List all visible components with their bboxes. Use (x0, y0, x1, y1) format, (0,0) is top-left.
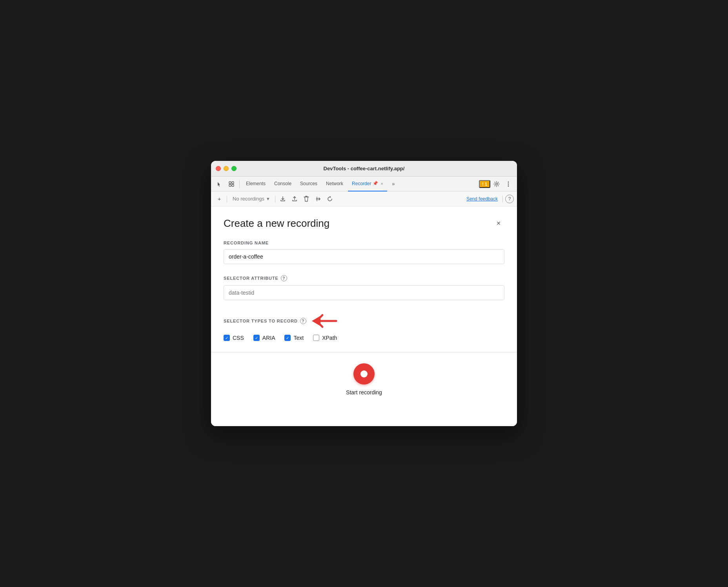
selector-attribute-label: SELECTOR ATTRIBUTE ? (224, 275, 504, 281)
traffic-lights (216, 166, 237, 171)
start-recording-area: Start recording (224, 352, 504, 408)
devtools-window: DevTools - coffee-cart.netlify.app/ Elem… (211, 161, 517, 426)
rec-divider-1 (227, 195, 227, 202)
recorder-toolbar: + No recordings ▾ (211, 191, 517, 206)
recorder-pin-icon: 📌 (373, 181, 378, 186)
selector-attribute-group: SELECTOR ATTRIBUTE ? (224, 275, 504, 300)
text-checkbox[interactable]: ✓ (284, 335, 291, 341)
checkbox-text[interactable]: ✓ Text (284, 335, 304, 341)
rec-divider-3 (502, 195, 503, 202)
more-options-icon[interactable] (503, 179, 514, 190)
send-feedback-button[interactable]: Send feedback (464, 196, 500, 202)
svg-point-6 (508, 183, 509, 184)
arrow-annotation (309, 311, 340, 331)
svg-point-7 (508, 185, 509, 186)
svg-point-5 (508, 181, 509, 182)
close-traffic-light[interactable] (216, 166, 221, 171)
selector-types-header: SELECTOR TYPES TO RECORD ? (224, 311, 504, 331)
tab-divider (239, 180, 240, 188)
inspect-icon[interactable] (226, 179, 237, 190)
settings-icon[interactable] (491, 179, 502, 190)
issues-badge[interactable]: ! 1 (479, 180, 490, 188)
checkbox-css[interactable]: ✓ CSS (224, 335, 244, 341)
more-tabs-button[interactable]: » (388, 179, 399, 190)
svg-point-4 (496, 183, 498, 185)
aria-checkbox[interactable]: ✓ (253, 335, 260, 341)
dialog-header: Create a new recording × (224, 217, 504, 230)
devtools-tab-bar: Elements Console Sources Network Recorde… (211, 177, 517, 191)
rec-divider-2 (275, 195, 275, 202)
dialog-title: Create a new recording (224, 217, 329, 230)
svg-rect-3 (232, 184, 234, 186)
xpath-checkbox[interactable] (313, 335, 319, 341)
play-button[interactable] (313, 194, 323, 204)
title-bar: DevTools - coffee-cart.netlify.app/ (211, 161, 517, 177)
cursor-icon[interactable] (214, 179, 225, 190)
add-recording-button[interactable]: + (214, 194, 224, 204)
recordings-dropdown[interactable]: No recordings ▾ (229, 194, 273, 204)
recording-name-label: RECORDING NAME (224, 241, 504, 245)
tab-recorder[interactable]: Recorder 📌 × (348, 177, 387, 191)
svg-rect-2 (229, 184, 231, 186)
checkbox-xpath[interactable]: XPath (313, 335, 337, 341)
recorder-tab-close[interactable]: × (380, 181, 383, 186)
recording-name-group: RECORDING NAME (224, 241, 504, 264)
tab-console[interactable]: Console (270, 177, 295, 191)
dialog-close-button[interactable]: × (493, 217, 504, 229)
selector-types-help-icon[interactable]: ? (300, 318, 306, 324)
checkboxes-row: ✓ CSS ✓ ARIA ✓ Text XPath (224, 335, 504, 341)
window-title: DevTools - coffee-cart.netlify.app/ (324, 166, 405, 171)
delete-button[interactable] (301, 194, 311, 204)
red-arrow-icon (309, 311, 340, 331)
css-checkbox[interactable]: ✓ (224, 335, 230, 341)
maximize-traffic-light[interactable] (231, 166, 237, 171)
main-content: Create a new recording × RECORDING NAME … (211, 206, 517, 426)
start-recording-button[interactable] (353, 363, 375, 385)
export-button[interactable] (278, 194, 288, 204)
svg-rect-0 (229, 182, 231, 184)
replay-button[interactable] (325, 194, 335, 204)
import-button[interactable] (289, 194, 300, 204)
tab-elements[interactable]: Elements (242, 177, 269, 191)
selector-types-group: SELECTOR TYPES TO RECORD ? ✓ CSS ✓ (224, 311, 504, 341)
recording-name-input[interactable] (224, 249, 504, 264)
dropdown-arrow-icon: ▾ (267, 196, 269, 202)
selector-types-label: SELECTOR TYPES TO RECORD ? (224, 318, 306, 324)
record-dot (360, 370, 368, 377)
svg-rect-1 (232, 182, 234, 184)
tab-sources[interactable]: Sources (296, 177, 321, 191)
selector-attribute-help-icon[interactable]: ? (281, 275, 287, 281)
tab-network[interactable]: Network (322, 177, 347, 191)
selector-attribute-input[interactable] (224, 285, 504, 300)
checkbox-aria[interactable]: ✓ ARIA (253, 335, 275, 341)
help-button[interactable]: ? (505, 195, 514, 203)
minimize-traffic-light[interactable] (224, 166, 229, 171)
start-recording-label: Start recording (346, 389, 382, 396)
svg-marker-8 (312, 316, 320, 326)
